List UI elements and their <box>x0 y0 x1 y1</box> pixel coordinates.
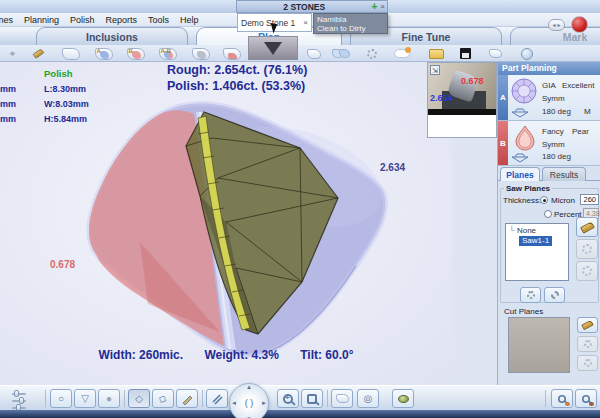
menu-reports[interactable]: Reports <box>106 15 138 25</box>
part-a-extra: M <box>584 107 591 116</box>
pair-stones-icon: ◎ <box>364 393 373 404</box>
saw-list-item-saw1[interactable]: Saw1-1 <box>509 236 568 246</box>
rotate-view-control[interactable]: ( ) ◄ ► ▲ ▼ <box>229 383 269 418</box>
view-part-b-button[interactable]: B <box>121 46 150 61</box>
stone-video-thumbnail[interactable]: ⇲ 0.678 2.654 <box>427 62 497 138</box>
saw-list-item-none[interactable]: └ None <box>509 226 568 236</box>
save-floppy-icon <box>460 48 471 59</box>
draw-plane-button[interactable] <box>176 389 198 408</box>
add-cut-plane-button[interactable] <box>577 317 598 333</box>
polish-length: L:8.30mm <box>44 84 86 94</box>
close-stones-window-icon[interactable]: × <box>380 2 385 11</box>
lighting-sliders[interactable] <box>2 388 42 409</box>
zoom-area-button[interactable] <box>301 389 323 408</box>
menu-stones[interactable]: Stones <box>0 15 13 25</box>
menu-planning[interactable]: Planning <box>24 15 59 25</box>
view-top-part-button[interactable] <box>186 46 215 61</box>
zoom-in-button[interactable]: + <box>277 389 299 408</box>
upload-stone-button[interactable] <box>388 46 415 61</box>
delete-saw-icon <box>582 266 592 276</box>
saw-option2-icon <box>551 291 559 299</box>
stone-3d-viewport[interactable]: mm mm mm Polish L:8.30mm W:8.03mm H:5.84… <box>0 62 452 385</box>
micron-value-input[interactable]: 260 <box>580 194 599 205</box>
show-stone-button[interactable] <box>331 389 353 408</box>
solid-view-button[interactable]: ● <box>98 389 120 408</box>
micron-label[interactable]: Micron <box>551 196 575 205</box>
add-stone-icon[interactable]: + <box>371 1 377 12</box>
part-b-row[interactable]: B Fancy Pear Symm 180 deg <box>498 121 600 166</box>
profile-view-button[interactable]: ▽ <box>74 389 96 408</box>
menu-polish[interactable]: Polish <box>70 15 95 25</box>
part-a-lab: GIA <box>542 81 556 90</box>
expand-thumbnail-icon[interactable]: ⇲ <box>430 65 440 75</box>
rotate-left-icon[interactable]: ◄ <box>231 400 237 406</box>
saw-tool-button[interactable] <box>25 46 52 61</box>
rough-stone-icon <box>62 48 80 60</box>
close-stone-tab-icon[interactable]: × <box>303 18 308 27</box>
facets-view-button[interactable]: ◇ <box>128 389 150 408</box>
view-part-a-button[interactable]: A <box>89 46 118 61</box>
saw-planes-list[interactable]: └ None Saw1-1 <box>505 223 569 281</box>
view-rough-button[interactable] <box>56 46 85 61</box>
rotation-preview-thumb[interactable] <box>248 36 298 60</box>
rotate-up-icon[interactable]: ▲ <box>246 384 252 390</box>
cut-planes-group-label: Cut Planes <box>504 307 543 316</box>
thickness-label: Thickness: <box>503 196 541 205</box>
record-button[interactable] <box>571 16 588 33</box>
delete-cut-plane-button[interactable] <box>577 355 598 371</box>
add-saw-plane-button[interactable] <box>576 217 598 237</box>
photoreal-stone-button[interactable] <box>392 389 414 408</box>
saw-info-line: Width: 260mic. Weight: 4.3% Tilt: 60.0° <box>76 348 376 362</box>
menu-help[interactable]: Help <box>180 15 199 25</box>
tab-results[interactable]: Results <box>542 167 586 181</box>
stone-settings-button[interactable] <box>358 46 385 61</box>
percent-radio[interactable] <box>544 210 552 218</box>
show-stone-icon <box>336 394 349 403</box>
delete-saw-plane-button[interactable] <box>576 261 598 281</box>
saw-width-info: Width: 260mic. <box>99 348 184 362</box>
edit-saw-plane-button[interactable] <box>576 239 598 259</box>
left-right-arrows-icon: ◄► <box>552 22 562 28</box>
top-part-stone-icon <box>192 48 210 60</box>
tab-inclusions[interactable]: Inclusions <box>36 27 188 45</box>
tilt-facets-button[interactable]: ◇ <box>152 389 174 408</box>
edit-cut-plane-button[interactable] <box>577 336 598 352</box>
stone-3d-canvas[interactable] <box>0 62 452 385</box>
axis-tool-button[interactable]: ⌖ <box>2 46 23 61</box>
stones-gear-icon <box>367 49 377 59</box>
inspect-a-button[interactable] <box>551 389 573 408</box>
saw-option1-button[interactable] <box>520 287 541 303</box>
measure-button[interactable] <box>303 46 324 61</box>
inspect-b-button[interactable] <box>575 389 597 408</box>
circle-view-button[interactable]: ○ <box>50 389 72 408</box>
globe-icon <box>521 48 533 60</box>
collapse-toolbar-button[interactable]: ◄► <box>548 19 565 31</box>
saw-tilt-info: Tilt: 60.0° <box>300 348 353 362</box>
planner-tabs: Planes Results <box>498 166 600 181</box>
stones-window-titlebar[interactable]: 2 STONES + × <box>236 0 388 13</box>
revert-stone-button[interactable] <box>483 46 508 61</box>
two-stones-button[interactable] <box>327 46 354 61</box>
edit-cut-icon <box>584 340 592 348</box>
tab-planes[interactable]: Planes <box>500 167 540 181</box>
view-parts-ab-button[interactable]: A·B <box>152 46 183 61</box>
open-folder-button[interactable] <box>424 46 449 61</box>
pear-shape-icon <box>513 124 537 152</box>
save-button[interactable] <box>453 46 478 61</box>
web-button[interactable] <box>514 46 539 61</box>
main-toolbar: ⌖ A B A·B <box>0 45 600 62</box>
compare-stones-button[interactable]: ◎ <box>357 389 379 408</box>
tooltip-line2: Clean to Dirty <box>317 24 384 33</box>
part-a-weight-label: 2.634 <box>380 162 405 173</box>
saw-option2-button[interactable] <box>544 287 565 303</box>
part-planning-header[interactable]: Part Planning <box>498 62 600 75</box>
rough-length-clipped: mm <box>0 84 16 94</box>
micron-radio[interactable] <box>540 196 548 204</box>
menu-tools[interactable]: Tools <box>148 15 169 25</box>
hatch-layers-button[interactable] <box>206 389 228 408</box>
part-a-row[interactable]: A GIA Excellent Symm 180 deg M <box>498 75 600 121</box>
rotate-right-icon[interactable]: ► <box>261 400 267 406</box>
folder-icon <box>429 49 444 59</box>
view-bottom-part-button[interactable] <box>217 46 246 61</box>
part-a-symmetry: Symm <box>542 94 565 103</box>
